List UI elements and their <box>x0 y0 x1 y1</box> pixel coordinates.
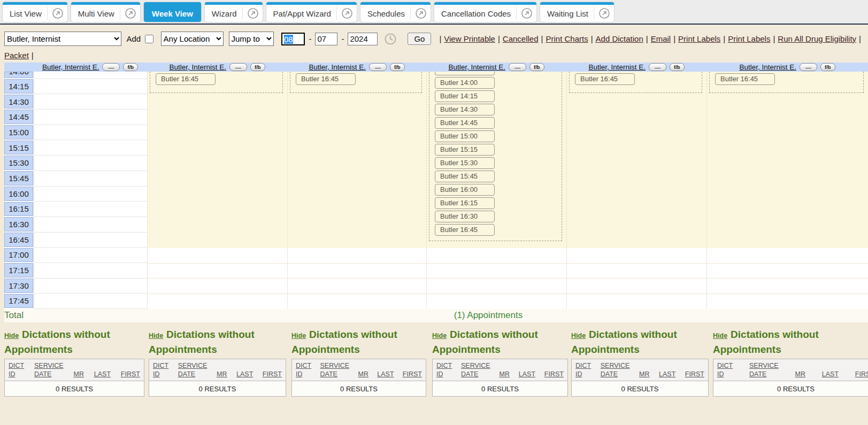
link-print-labels[interactable]: Print Labels <box>678 34 720 43</box>
schedule-cell[interactable] <box>34 233 147 248</box>
column-header-link[interactable]: FIRST <box>685 370 704 378</box>
provider-day-link[interactable]: Butler, Internist E. <box>448 63 505 71</box>
schedule-cell[interactable] <box>707 248 868 264</box>
day-column[interactable]: Butler 16:45 <box>706 72 868 309</box>
appointment-button-butler-16-45[interactable]: Butler 16:45 <box>156 73 216 85</box>
schedule-cell[interactable] <box>34 171 147 187</box>
schedule-cell[interactable] <box>34 125 147 141</box>
day-column[interactable] <box>33 72 147 309</box>
column-header-link[interactable]: MR <box>795 370 805 378</box>
provider-day-link[interactable]: Butler, Internist E. <box>309 63 366 71</box>
link-print-labels[interactable]: Print Labels <box>728 34 770 43</box>
forward-back-button[interactable]: f/b <box>529 63 544 71</box>
schedule-cell[interactable] <box>34 187 147 202</box>
provider-day-link[interactable]: Butler, Internist E. <box>588 63 646 71</box>
hide-dictations-link[interactable]: Hide <box>432 332 447 339</box>
column-header-link[interactable]: LAST <box>236 370 253 378</box>
column-header-link[interactable]: DICT <box>153 361 168 370</box>
schedule-cell[interactable] <box>427 248 566 264</box>
column-header-link[interactable]: ID <box>575 370 591 378</box>
column-header-link[interactable]: LAST <box>519 370 535 378</box>
add-checkbox[interactable] <box>145 35 153 43</box>
link-cancelled[interactable]: Cancelled <box>503 34 539 43</box>
schedule-cell[interactable] <box>427 264 566 279</box>
column-header-link[interactable]: LAST <box>659 370 675 378</box>
tab-multi-view[interactable]: Multi View <box>71 2 140 22</box>
time-slot-label[interactable]: 15:15 <box>4 141 33 155</box>
column-header-link[interactable]: DICT <box>717 361 733 370</box>
appointment-button-butler-15-15[interactable]: Butler 15:15 <box>435 144 495 156</box>
tab-pat-appt-wizard[interactable]: Pat/Appt Wizard <box>266 2 357 22</box>
schedule-cell[interactable] <box>148 294 287 309</box>
tab-cancellation-codes[interactable]: Cancellation Codes <box>434 2 536 22</box>
column-header-link[interactable]: MR <box>639 370 649 378</box>
appointment-button-butler-15-00[interactable]: Butler 15:00 <box>435 130 495 142</box>
appointment-button-butler-15-30[interactable]: Butler 15:30 <box>435 157 495 169</box>
hide-dictations-link[interactable]: Hide <box>713 332 727 339</box>
column-header-link[interactable]: MR <box>499 370 509 378</box>
column-header-link[interactable]: MR <box>217 370 227 378</box>
hide-dictations-link[interactable]: Hide <box>149 332 163 339</box>
tab-schedules[interactable]: Schedules <box>360 2 431 22</box>
link-run-all-drug-eligibility[interactable]: Run All Drug Eligibility <box>778 34 856 43</box>
forward-back-button[interactable]: f/b <box>123 63 138 71</box>
schedule-cell[interactable] <box>148 279 287 294</box>
collapse-column-button[interactable]: — <box>800 63 817 71</box>
day-column[interactable]: Butler 16:45 <box>566 72 706 309</box>
time-slot-label[interactable]: 15:45 <box>4 171 33 186</box>
hide-dictations-link[interactable]: Hide <box>291 332 306 339</box>
day-column[interactable]: Butler 14:00Butler 14:15Butler 14:30Butl… <box>426 72 566 309</box>
schedule-cell[interactable] <box>567 248 706 264</box>
link-packet[interactable]: Packet <box>4 51 29 60</box>
column-header-link[interactable]: FIRST <box>263 370 282 378</box>
time-slot-label[interactable]: 17:15 <box>4 263 33 277</box>
time-slot-label[interactable]: 15:00 <box>4 125 33 140</box>
tab-list-view[interactable]: List View <box>3 2 67 22</box>
column-header-link[interactable]: SERVICE <box>178 361 208 370</box>
provider-select[interactable]: Butler, Internist <box>4 32 121 46</box>
date-day-input[interactable] <box>315 33 337 45</box>
schedule-cell[interactable] <box>34 72 147 79</box>
date-year-input[interactable] <box>348 33 378 45</box>
schedule-cell[interactable] <box>567 279 706 294</box>
date-month-input[interactable]: 08 <box>281 33 305 45</box>
column-header-link[interactable]: FIRST <box>403 370 422 378</box>
appointment-button-butler-14-45[interactable]: Butler 14:45 <box>435 117 495 129</box>
schedule-cell[interactable] <box>707 264 868 279</box>
appointment-button-butler-15-45[interactable]: Butler 15:45 <box>435 171 495 182</box>
time-slot-label[interactable]: 17:30 <box>4 279 33 293</box>
provider-day-link[interactable]: Butler, Internist E. <box>169 63 226 71</box>
appointment-button-butler-16-45[interactable]: Butler 16:45 <box>435 224 495 236</box>
column-header-link[interactable]: ID <box>296 370 311 378</box>
column-header-link[interactable]: FIRST <box>121 370 140 378</box>
column-header-link[interactable]: ID <box>153 370 168 378</box>
jump-to-select[interactable]: Jump to <box>229 32 274 46</box>
column-header-link[interactable]: DATE <box>320 370 350 378</box>
schedule-cell[interactable] <box>148 248 287 264</box>
scheduled-hours-block[interactable] <box>288 72 426 248</box>
column-header-link[interactable]: DATE <box>178 370 208 378</box>
schedule-cell[interactable] <box>34 94 147 110</box>
schedule-cell[interactable] <box>34 293 147 309</box>
provider-day-link[interactable]: Butler, Internist E. <box>739 63 796 71</box>
time-slot-label[interactable]: 16:15 <box>4 202 33 217</box>
column-header-link[interactable]: FIRST <box>855 370 868 378</box>
appointment-button-butler-16-45[interactable]: Butler 16:45 <box>715 73 775 85</box>
column-header-link[interactable]: ID <box>9 370 24 378</box>
hide-dictations-link[interactable]: Hide <box>4 332 19 339</box>
time-slot-label[interactable]: 14:45 <box>4 110 33 124</box>
appointment-button-butler-16-45[interactable]: Butler 16:45 <box>296 73 356 85</box>
column-header-link[interactable]: ID <box>436 370 452 378</box>
column-header-link[interactable]: SERVICE <box>320 361 350 370</box>
column-header-link[interactable]: DICT <box>436 361 452 370</box>
schedule-cell[interactable] <box>288 279 426 294</box>
provider-day-link[interactable]: Butler, Internist E. <box>42 63 99 71</box>
column-header-link[interactable]: LAST <box>377 370 394 378</box>
time-slot-label[interactable]: 14:00 <box>4 72 33 78</box>
column-header-link[interactable]: DICT <box>575 361 591 370</box>
schedule-cell[interactable] <box>707 294 868 309</box>
collapse-column-button[interactable]: — <box>369 63 387 71</box>
forward-back-button[interactable]: f/b <box>820 63 835 71</box>
appointment-button-butler-14-30[interactable]: Butler 14:30 <box>435 104 495 115</box>
column-header-link[interactable]: MR <box>73 370 83 378</box>
